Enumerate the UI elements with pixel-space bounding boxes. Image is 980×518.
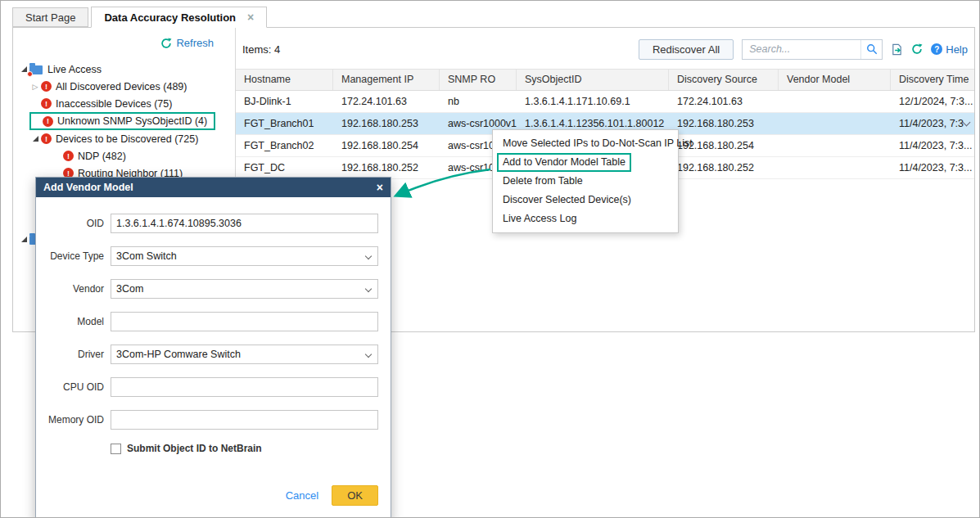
submit-objectid-row: Submit Object ID to NetBrain — [111, 443, 378, 454]
alert-icon: ! — [63, 151, 74, 161]
dialog-footer: Cancel OK — [44, 485, 378, 511]
tree-item-label: All Discovered Devices (489) — [56, 81, 187, 92]
field-oid: OID — [44, 214, 378, 233]
model-input[interactable] — [111, 312, 378, 331]
app-screen: Start Page Data Accuracy Resolution × Re… — [0, 0, 980, 518]
column-header-discovery-source[interactable]: Discovery Source — [669, 70, 779, 90]
column-header-hostname[interactable]: Hostname — [236, 70, 333, 90]
tab-label: Start Page — [25, 11, 75, 24]
help-label: Help — [946, 43, 968, 56]
cell-discovery-time: 12/1/2024, 7:3... — [891, 91, 974, 112]
memory-oid-input[interactable] — [111, 410, 378, 430]
refresh-icon — [160, 38, 172, 49]
cell-management-ip: 172.24.101.63 — [333, 91, 440, 112]
refresh-link[interactable]: Refresh — [160, 37, 214, 49]
add-vendor-model-dialog: Add Vendor Model × OID Device Type 3Com … — [35, 177, 391, 518]
help-icon: ? — [931, 43, 942, 55]
cell-vendor-model — [779, 135, 891, 156]
tree-item-all-discovered-devices[interactable]: ▷ ! All Discovered Devices (489) — [13, 78, 235, 95]
submit-objectid-checkbox[interactable] — [111, 444, 121, 454]
tree-item-label: Live Access — [47, 64, 102, 75]
field-device-type: Device Type 3Com Switch — [44, 246, 378, 266]
tree-item-inaccessible-devices[interactable]: ! Inaccessible Devices (75) — [13, 95, 235, 112]
tree-item-ndp[interactable]: ! NDP (482) — [13, 147, 235, 164]
chevron-down-icon — [365, 286, 372, 292]
row-actions-chevron-icon[interactable] — [963, 119, 971, 127]
expand-icon[interactable]: ▷ — [29, 83, 41, 91]
select-value: 3Com — [116, 283, 143, 295]
dialog-header: Add Vendor Model × — [36, 178, 391, 197]
menu-item-add-to-vendor-model-table[interactable]: Add to Vendor Model Table — [493, 153, 678, 172]
menu-item-label: Delete from Table — [503, 175, 583, 187]
menu-item-live-access-log[interactable]: Live Access Log — [493, 209, 678, 228]
field-label: Model — [44, 316, 104, 327]
alert-icon: ! — [43, 116, 53, 127]
reload-table-icon[interactable] — [911, 43, 923, 55]
dialog-close-icon[interactable]: × — [377, 182, 383, 193]
field-driver: Driver 3Com-HP Comware Switch — [44, 345, 378, 364]
table-row[interactable]: BJ-Dlink-1 172.24.101.63 nb 1.3.6.1.4.1.… — [236, 91, 974, 113]
cell-discovery-time: 11/4/2023, 7:3 — [891, 113, 974, 134]
menu-item-move-to-do-not-scan[interactable]: Move Selected IPs to Do-Not-Scan IP List — [493, 134, 678, 153]
tab-start-page[interactable]: Start Page — [12, 7, 88, 27]
cell-hostname: FGT_DC — [236, 157, 333, 178]
field-label: Vendor — [44, 283, 104, 295]
device-tree: Live Access ▷ ! All Discovered Devices (… — [13, 61, 235, 182]
column-header-discovery-time[interactable]: Discovery Time — [891, 70, 974, 90]
cancel-button[interactable]: Cancel — [286, 489, 318, 502]
vendor-select[interactable]: 3Com — [111, 279, 378, 299]
cell-sysobjectid: 1.3.6.1.4.1.171.10.69.1 — [517, 91, 669, 112]
cell-vendor-model — [779, 91, 891, 112]
menu-item-label: Live Access Log — [503, 213, 576, 224]
column-header-sysobjectid[interactable]: SysObjectID — [517, 70, 669, 90]
select-value: 3Com Switch — [116, 250, 177, 262]
expand-icon[interactable] — [29, 136, 41, 142]
column-header-vendor-model[interactable]: Vendor Model — [779, 70, 891, 90]
search-icon[interactable] — [860, 40, 882, 59]
ok-button[interactable]: OK — [332, 485, 378, 506]
context-menu: Move Selected IPs to Do-Not-Scan IP List… — [492, 129, 679, 233]
field-model: Model — [44, 312, 378, 331]
export-icon[interactable] — [891, 43, 903, 56]
discovery-time-text: 11/4/2023, 7:3 — [899, 113, 964, 134]
tree-item-unknown-snmp-sysobjectid[interactable]: ! Unknown SNMP SysObjectID (4) — [29, 112, 215, 130]
column-header-snmp-ro[interactable]: SNMP RO — [440, 70, 517, 90]
search-input[interactable] — [743, 43, 860, 55]
cell-hostname: FGT_Branch01 — [236, 113, 333, 134]
menu-item-label: Move Selected IPs to Do-Not-Scan IP List — [503, 137, 693, 149]
cell-management-ip: 192.168.180.254 — [333, 135, 440, 156]
cell-management-ip: 192.168.180.252 — [333, 157, 440, 178]
cell-hostname: BJ-Dlink-1 — [236, 91, 333, 112]
menu-item-delete-from-table[interactable]: Delete from Table — [493, 172, 678, 191]
cell-management-ip: 192.168.180.253 — [333, 113, 440, 134]
rediscover-all-button[interactable]: Rediscover All — [639, 39, 734, 60]
oid-input[interactable] — [111, 214, 378, 233]
column-header-management-ip[interactable]: Management IP — [333, 70, 440, 90]
menu-item-discover-selected-devices[interactable]: Discover Selected Device(s) — [493, 191, 678, 209]
field-memory-oid: Memory OID — [44, 410, 378, 430]
cell-discovery-source: 172.24.101.63 — [669, 91, 779, 112]
cell-snmp-ro: nb — [440, 91, 517, 112]
items-count: Items: 4 — [242, 43, 280, 56]
cpu-oid-input[interactable] — [111, 377, 378, 397]
field-label: Device Type — [44, 250, 104, 262]
field-vendor: Vendor 3Com — [44, 279, 378, 299]
field-label: OID — [44, 218, 104, 229]
folder-icon — [29, 65, 43, 74]
help-button[interactable]: ? Help — [931, 43, 968, 56]
tab-close-icon[interactable]: × — [247, 11, 254, 23]
field-label: Memory OID — [44, 414, 104, 426]
alert-icon: ! — [41, 133, 52, 144]
table-header: Hostname Management IP SNMP RO SysObject… — [236, 69, 974, 91]
tree-item-label: NDP (482) — [78, 151, 126, 162]
tree-item-live-access[interactable]: Live Access — [13, 61, 235, 78]
cell-discovery-time: 11/4/2023, 7:3... — [891, 135, 974, 156]
tree-item-devices-to-be-discovered[interactable]: ! Devices to be Discovered (725) — [13, 130, 235, 147]
field-label: Driver — [44, 349, 104, 360]
tab-data-accuracy-resolution[interactable]: Data Accuracy Resolution × — [91, 7, 267, 28]
alert-badge-icon — [27, 71, 33, 77]
driver-select[interactable]: 3Com-HP Comware Switch — [111, 345, 378, 364]
chevron-down-icon — [365, 351, 372, 358]
dialog-title: Add Vendor Model — [43, 182, 133, 193]
device-type-select[interactable]: 3Com Switch — [111, 246, 378, 266]
